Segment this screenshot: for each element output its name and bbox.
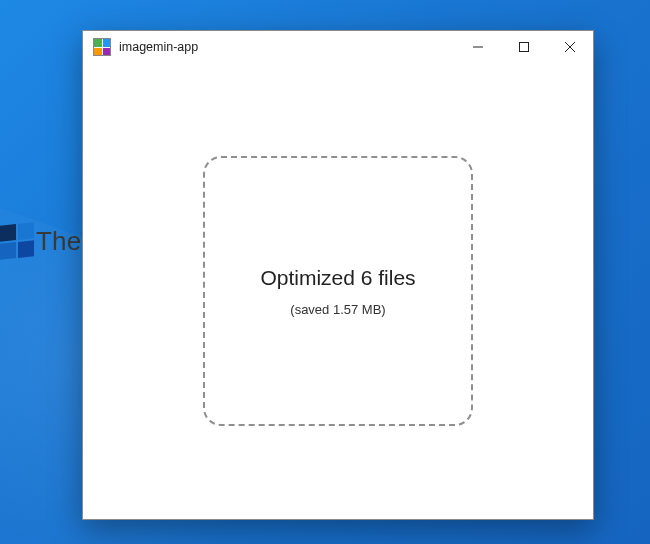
minimize-icon	[473, 42, 483, 52]
status-text: Optimized 6 files	[260, 266, 415, 290]
savings-text: (saved 1.57 MB)	[290, 302, 385, 317]
app-window: imagemin-app Optimized 6 files (saved 1.…	[82, 30, 594, 520]
window-controls	[455, 31, 593, 63]
minimize-button[interactable]	[455, 31, 501, 63]
window-title: imagemin-app	[119, 40, 198, 54]
maximize-icon	[519, 42, 529, 52]
titlebar[interactable]: imagemin-app	[83, 31, 593, 63]
watermark-logo-icon	[0, 222, 34, 260]
svg-rect-1	[520, 43, 529, 52]
drop-zone[interactable]: Optimized 6 files (saved 1.57 MB)	[203, 156, 473, 426]
close-button[interactable]	[547, 31, 593, 63]
client-area: Optimized 6 files (saved 1.57 MB)	[83, 63, 593, 519]
app-icon	[93, 38, 111, 56]
maximize-button[interactable]	[501, 31, 547, 63]
close-icon	[565, 42, 575, 52]
desktop-wallpaper: TheWindowsClub imagemin-app	[0, 0, 650, 544]
